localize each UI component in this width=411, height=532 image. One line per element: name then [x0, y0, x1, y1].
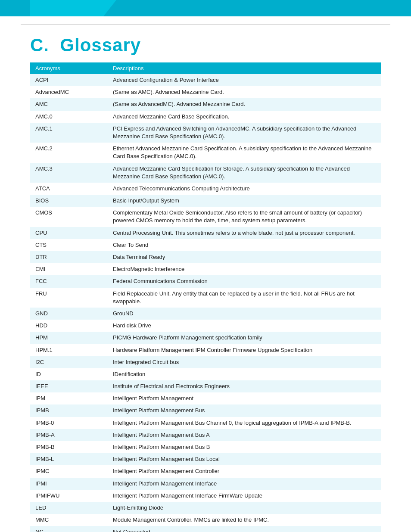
acronym-cell: CTS — [30, 239, 108, 251]
description-cell: Light-Emitting Diode — [108, 502, 381, 514]
acronym-cell: IPMB-L — [30, 453, 108, 465]
description-cell: Complementary Metal Oxide Semiconductor.… — [108, 207, 381, 227]
table-row: HPM.1Hardware Platform Management IPM Co… — [30, 344, 381, 356]
col-header-acronyms: Acronyms — [30, 62, 108, 74]
acronym-cell: IPMB-A — [30, 429, 108, 441]
description-cell: Advanced Configuration & Power Interface — [108, 74, 381, 86]
acronym-cell: AMC.2 — [30, 143, 108, 162]
col-header-descriptions: Descriptions — [108, 62, 381, 74]
table-row: IPMB-AIntelligent Platform Management Bu… — [30, 429, 381, 441]
description-cell: Basic Input/Output System — [108, 195, 381, 207]
acronym-cell: AdvancedMC — [30, 86, 108, 98]
chapter-letter: C. — [30, 35, 49, 55]
acronym-cell: GND — [30, 308, 108, 320]
top-bar-accent — [30, 0, 116, 16]
acronym-cell: EMI — [30, 263, 108, 275]
description-cell: PCI Express and Advanced Switching on Ad… — [108, 123, 381, 143]
table-row: AMC.2Ethernet Advanced Mezzanine Card Sp… — [30, 143, 381, 162]
table-row: BIOSBasic Input/Output System — [30, 195, 381, 207]
acronym-cell: NC — [30, 526, 108, 532]
description-cell: Inter Integrated Circuit bus — [108, 356, 381, 368]
description-cell: Clear To Send — [108, 239, 381, 251]
page-title: C. Glossary — [30, 35, 381, 56]
chapter-name: Glossary — [60, 35, 141, 55]
table-row: DTRData Terminal Ready — [30, 251, 381, 263]
acronym-cell: IPMI — [30, 478, 108, 490]
acronym-cell: LED — [30, 502, 108, 514]
description-cell: Data Terminal Ready — [108, 251, 381, 263]
acronym-cell: AMC — [30, 98, 108, 110]
table-row: IPMIFWUIntelligent Platform Management I… — [30, 490, 381, 502]
table-row: IDIDentification — [30, 368, 381, 380]
description-cell: Intelligent Platform Management Bus B — [108, 441, 381, 453]
table-row: IPMB-BIntelligent Platform Management Bu… — [30, 441, 381, 453]
table-row: CTSClear To Send — [30, 239, 381, 251]
description-cell: IDentification — [108, 368, 381, 380]
table-row: NCNot Connected — [30, 526, 381, 532]
top-divider — [21, 24, 391, 25]
description-cell: Intelligent Platform Management Bus — [108, 404, 381, 417]
acronym-cell: HPM — [30, 332, 108, 344]
table-row: AMC.1PCI Express and Advanced Switching … — [30, 123, 381, 143]
description-cell: (Same as AdvancedMC). Advanced Mezzanine… — [108, 98, 381, 110]
table-header-row: Acronyms Descriptions — [30, 62, 381, 74]
table-row: FRUField Replaceable Unit. Any entity th… — [30, 288, 381, 308]
description-cell: Intelligent Platform Management — [108, 392, 381, 404]
table-row: CPUCentral Processing Unit. This sometim… — [30, 227, 381, 239]
acronym-cell: BIOS — [30, 195, 108, 207]
acronym-cell: IEEE — [30, 380, 108, 392]
table-row: IPMBIntelligent Platform Management Bus — [30, 404, 381, 417]
description-cell: Advanced Mezzanine Card Base Specificati… — [108, 111, 381, 123]
acronym-cell: ATCA — [30, 183, 108, 195]
description-cell: Intelligent Platform Management Bus Loca… — [108, 453, 381, 465]
description-cell: Ethernet Advanced Mezzanine Card Specifi… — [108, 143, 381, 162]
acronym-cell: MMC — [30, 514, 108, 526]
description-cell: PICMG Hardware Platform Management speci… — [108, 332, 381, 344]
table-row: I2CInter Integrated Circuit bus — [30, 356, 381, 368]
description-cell: ElectroMagnetic Interference — [108, 263, 381, 275]
description-cell: Intelligent Platform Management Bus Chan… — [108, 417, 381, 429]
table-row: ACPIAdvanced Configuration & Power Inter… — [30, 74, 381, 86]
acronym-cell: CPU — [30, 227, 108, 239]
table-row: IPMB-0Intelligent Platform Management Bu… — [30, 417, 381, 429]
acronym-cell: IPMB-0 — [30, 417, 108, 429]
acronym-cell: IPMB — [30, 404, 108, 417]
acronym-cell: DTR — [30, 251, 108, 263]
table-row: HPMPICMG Hardware Platform Management sp… — [30, 332, 381, 344]
description-cell: Institute of Electrical and Electronics … — [108, 380, 381, 392]
table-row: HDDHard disk Drive — [30, 320, 381, 332]
description-cell: Module Management Controller. MMCs are l… — [108, 514, 381, 526]
table-row: GNDGrouND — [30, 308, 381, 320]
table-row: ATCAAdvanced Telecommunications Computin… — [30, 183, 381, 195]
table-row: IPMB-LIntelligent Platform Management Bu… — [30, 453, 381, 465]
description-cell: Hardware Platform Management IPM Control… — [108, 344, 381, 356]
table-row: IPMIntelligent Platform Management — [30, 392, 381, 404]
chapter-heading: C. Glossary — [30, 35, 381, 56]
acronym-cell: ID — [30, 368, 108, 380]
table-row: AdvancedMC(Same as AMC). Advanced Mezzan… — [30, 86, 381, 98]
table-row: AMC.3Advanced Mezzanine Card Specificati… — [30, 163, 381, 183]
description-cell: Federal Communications Commission — [108, 275, 381, 287]
table-row: LEDLight-Emitting Diode — [30, 502, 381, 514]
acronym-cell: IPM — [30, 392, 108, 404]
acronym-cell: HPM.1 — [30, 344, 108, 356]
acronym-cell: AMC.0 — [30, 111, 108, 123]
acronym-cell: IPMB-B — [30, 441, 108, 453]
acronym-cell: CMOS — [30, 207, 108, 227]
acronym-cell: AMC.1 — [30, 123, 108, 143]
acronym-cell: FRU — [30, 288, 108, 308]
description-cell: Advanced Telecommunications Computing Ar… — [108, 183, 381, 195]
table-row: AMC(Same as AdvancedMC). Advanced Mezzan… — [30, 98, 381, 110]
description-cell: Intelligent Platform Management Interfac… — [108, 490, 381, 502]
acronym-cell: FCC — [30, 275, 108, 287]
description-cell: Intelligent Platform Management Bus A — [108, 429, 381, 441]
acronym-cell: IPMIFWU — [30, 490, 108, 502]
description-cell: Intelligent Platform Management Controll… — [108, 465, 381, 477]
acronym-cell: IPMC — [30, 465, 108, 477]
acronym-cell: ACPI — [30, 74, 108, 86]
table-row: AMC.0Advanced Mezzanine Card Base Specif… — [30, 111, 381, 123]
description-cell: Central Processing Unit. This sometimes … — [108, 227, 381, 239]
table-row: MMCModule Management Controller. MMCs ar… — [30, 514, 381, 526]
description-cell: Advanced Mezzanine Card Specification fo… — [108, 163, 381, 183]
table-row: FCCFederal Communications Commission — [30, 275, 381, 287]
